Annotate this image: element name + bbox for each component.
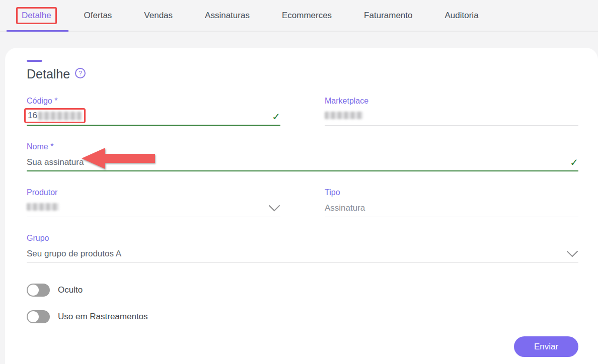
nome-input[interactable]: Sua assinatura	[27, 157, 570, 167]
marketplace-label: Marketplace	[325, 97, 578, 106]
tab-ofertas[interactable]: Ofertas	[83, 9, 113, 23]
field-tipo: Tipo Assinatura	[325, 188, 578, 217]
tab-faturamento[interactable]: Faturamento	[363, 9, 413, 23]
grupo-chevron-down-icon[interactable]	[566, 250, 578, 257]
field-marketplace: Marketplace	[325, 97, 578, 126]
active-tab-indicator	[7, 30, 68, 32]
detail-form: Código * 16 ✓ Marketplace	[27, 97, 578, 263]
field-produtor: Produtor	[27, 188, 280, 217]
codigo-valid-check-icon: ✓	[272, 112, 280, 122]
produtor-label: Produtor	[27, 188, 280, 197]
tab-auditoria[interactable]: Auditoria	[444, 9, 480, 23]
codigo-value-prefix: 16	[28, 111, 37, 121]
nome-label: Nome *	[27, 142, 578, 151]
detail-panel: Detalhe ? Código * 16 ✓ Marketplace	[5, 48, 598, 364]
grupo-label: Grupo	[27, 234, 578, 243]
oculto-toggle-label: Oculto	[58, 285, 83, 295]
toggle-row-oculto: Oculto	[27, 283, 578, 297]
tab-detalhe[interactable]: Detalhe	[16, 7, 57, 24]
rastreamentos-toggle-knob	[28, 311, 39, 322]
field-grupo: Grupo Seu grupo de produtos A	[27, 234, 578, 263]
tab-bar: Detalhe Ofertas Vendas Assinaturas Ecomm…	[0, 0, 598, 32]
produtor-redacted-value	[27, 203, 59, 211]
rastreamentos-toggle[interactable]	[27, 310, 50, 323]
title-accent-dash	[27, 60, 42, 62]
oculto-toggle-knob	[28, 285, 39, 296]
submit-button[interactable]: Enviar	[514, 336, 578, 357]
page-title: Detalhe	[27, 67, 70, 81]
tab-assinaturas[interactable]: Assinaturas	[204, 9, 251, 23]
oculto-toggle[interactable]	[27, 284, 50, 297]
grupo-select[interactable]: Seu grupo de produtos A	[27, 249, 566, 259]
produtor-chevron-down-icon[interactable]	[268, 205, 280, 212]
rastreamentos-toggle-label: Uso em Rastreamentos	[58, 312, 148, 322]
tipo-label: Tipo	[325, 188, 578, 197]
field-nome: Nome * Sua assinatura ✓	[27, 142, 578, 171]
tab-ecommerces[interactable]: Ecommerces	[281, 9, 333, 23]
toggle-row-rastreamentos: Uso em Rastreamentos	[27, 310, 578, 324]
field-codigo: Código * 16 ✓	[27, 97, 280, 126]
marketplace-redacted-value	[325, 112, 363, 119]
nome-valid-check-icon: ✓	[570, 157, 578, 167]
codigo-redacted-value	[38, 112, 82, 120]
codigo-label: Código *	[27, 97, 280, 106]
tab-vendas[interactable]: Vendas	[143, 9, 174, 23]
tipo-value: Assinatura	[325, 203, 578, 213]
help-icon[interactable]: ?	[75, 68, 86, 78]
codigo-input[interactable]: 16	[24, 108, 86, 123]
